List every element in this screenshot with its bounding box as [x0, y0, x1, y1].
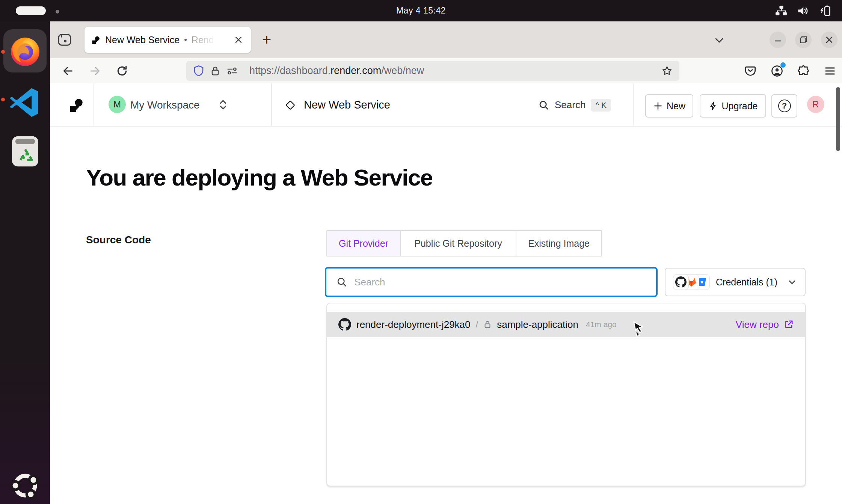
network-icon[interactable] [775, 5, 787, 17]
global-search-button[interactable]: Search ^ K [538, 83, 611, 127]
workspace-name[interactable]: My Workspace [130, 83, 200, 127]
view-repo-link[interactable]: View repo [736, 319, 794, 330]
external-link-icon [783, 319, 794, 330]
lightning-bolt-icon [708, 101, 718, 111]
tab-existing-image[interactable]: Existing Image [516, 231, 601, 256]
permissions-icon[interactable] [226, 66, 238, 76]
page-content: You are deploying a Web Service Source C… [50, 127, 842, 503]
source-code-label: Source Code [86, 234, 151, 246]
vscode-icon [8, 85, 42, 120]
dock-item-trash[interactable] [3, 130, 47, 173]
tab-site-truncated: Rend [192, 35, 214, 45]
page-scrollbar-thumb[interactable] [836, 87, 840, 151]
extensions-button[interactable] [798, 65, 810, 77]
bookmark-star-button[interactable] [661, 65, 673, 77]
account-button[interactable] [771, 65, 783, 77]
hamburger-menu-icon [824, 65, 836, 77]
back-arrow-icon [62, 65, 74, 77]
new-button[interactable]: New [645, 94, 693, 118]
system-topbar: May 4 15:42 [0, 0, 842, 21]
service-type-icon [284, 98, 297, 112]
repo-owner: render-deployment-j29ka0 [356, 319, 471, 330]
repo-search-input[interactable] [354, 276, 646, 288]
search-icon [336, 276, 347, 288]
user-avatar[interactable]: R [807, 96, 824, 113]
header-divider [94, 83, 94, 126]
tab-close-button[interactable] [232, 33, 245, 46]
trash-icon [9, 135, 41, 168]
search-shortcut-badge: ^ K [591, 99, 611, 112]
pocket-button[interactable] [744, 65, 756, 77]
reload-button[interactable] [115, 63, 130, 78]
forward-button[interactable] [88, 63, 103, 78]
app-menu-button[interactable] [824, 65, 836, 77]
repo-name: sample-application [497, 319, 578, 330]
dock [0, 21, 50, 504]
tracking-protection-shield-icon [193, 65, 204, 77]
system-clock[interactable]: May 4 15:42 [0, 0, 842, 21]
header-divider [633, 83, 634, 126]
render-favicon [91, 35, 101, 45]
lock-icon[interactable] [210, 65, 220, 77]
workspace-switcher-button[interactable] [217, 98, 229, 112]
system-tray[interactable] [775, 0, 831, 21]
help-button[interactable]: ? [771, 94, 797, 118]
window-restore-button[interactable] [795, 32, 812, 48]
browser-toolbar: https://dashboard.render.com/web/new [50, 58, 842, 83]
search-icon [538, 100, 549, 111]
private-repo-lock-icon [483, 320, 492, 329]
render-logo[interactable] [67, 97, 85, 114]
tab-public-git-repository[interactable]: Public Git Repository [401, 231, 516, 256]
question-icon: ? [778, 100, 791, 112]
credentials-dropdown[interactable]: Credentials (1) [665, 268, 806, 296]
back-button[interactable] [60, 63, 75, 78]
github-icon [338, 318, 351, 331]
close-icon [825, 35, 834, 44]
tab-title: New Web Service [105, 35, 180, 45]
workspace-avatar[interactable]: M [109, 96, 126, 113]
puzzle-icon [798, 65, 810, 77]
volume-icon[interactable] [797, 5, 809, 17]
render-logo-icon [67, 97, 85, 114]
repo-search-box[interactable] [325, 267, 658, 297]
chevron-down-icon [787, 277, 797, 287]
ubuntu-logo-icon [10, 470, 41, 501]
browser-tab-active[interactable]: New Web Service • Rend [85, 27, 251, 53]
account-notification-dot [780, 62, 786, 68]
repo-row[interactable]: render-deployment-j29ka0 / sample-applic… [327, 312, 805, 337]
github-credential-badge [673, 274, 689, 290]
restore-icon [799, 35, 808, 44]
battery-icon[interactable] [819, 5, 831, 17]
repo-separator: / [476, 319, 478, 330]
firefox-view-button[interactable] [55, 31, 74, 49]
plus-icon [653, 101, 663, 111]
source-tabs: Git Provider Public Git Repository Exist… [326, 230, 602, 257]
browser-window: New Web Service • Rend + [50, 21, 842, 504]
upgrade-button[interactable]: Upgrade [700, 94, 766, 118]
repo-updated-time: 41m ago [586, 320, 617, 329]
mouse-cursor [628, 320, 646, 340]
dock-item-vscode[interactable] [3, 81, 47, 124]
window-minimize-button[interactable] [770, 32, 786, 48]
chevron-down-icon [714, 35, 725, 46]
forward-arrow-icon [89, 65, 101, 77]
dock-item-firefox[interactable] [3, 29, 47, 72]
credentials-label: Credentials (1) [716, 277, 777, 288]
show-apps-button[interactable] [3, 464, 47, 504]
window-close-button[interactable] [821, 32, 837, 48]
global-search-label: Search [555, 99, 585, 111]
unfold-chevrons-icon [217, 98, 229, 112]
list-all-tabs-button[interactable] [709, 32, 729, 48]
new-tab-button[interactable]: + [257, 31, 276, 49]
url-bar[interactable]: https://dashboard.render.com/web/new [186, 61, 679, 81]
page-heading: You are deploying a Web Service [86, 164, 433, 191]
reload-icon [116, 65, 128, 77]
url-text[interactable]: https://dashboard.render.com/web/new [249, 65, 424, 77]
firefox-icon [7, 33, 43, 69]
pocket-icon [744, 65, 756, 77]
tab-git-provider[interactable]: Git Provider [327, 231, 401, 256]
star-icon [661, 65, 673, 77]
toolbar-right-icons [744, 58, 836, 83]
close-icon [234, 35, 243, 44]
firefox-running-dot [1, 50, 5, 54]
